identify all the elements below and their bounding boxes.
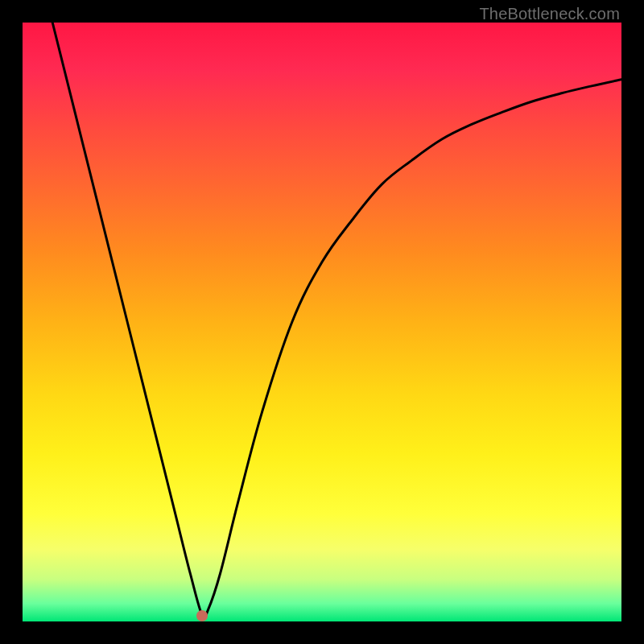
bottleneck-curve xyxy=(52,23,621,618)
optimal-point-marker xyxy=(196,610,208,621)
watermark-text: TheBottleneck.com xyxy=(479,5,620,23)
plot-area xyxy=(23,23,621,621)
chart-frame: TheBottleneck.com xyxy=(0,0,644,644)
curve-svg xyxy=(23,23,621,621)
